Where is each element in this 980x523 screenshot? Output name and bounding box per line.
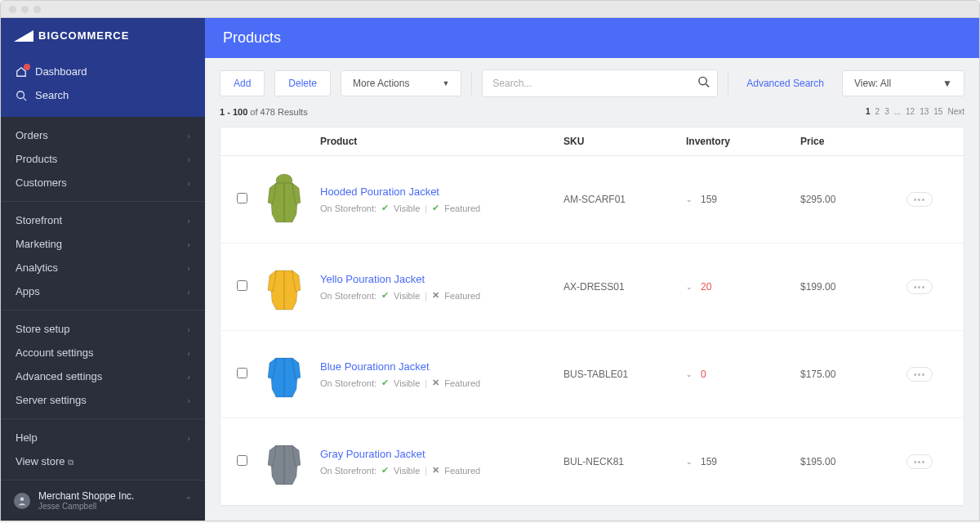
external-link-icon: ⧉ — [68, 458, 74, 467]
page-link[interactable]: 13 — [920, 107, 929, 117]
more-actions-dropdown[interactable]: More Actions ▼ — [341, 70, 461, 96]
user-icon — [17, 496, 27, 506]
page-link[interactable]: 1 — [866, 107, 871, 117]
user-account-switcher[interactable]: Merchant Shoppe Inc. Jesse Campbell ⌃ — [1, 480, 205, 521]
table-row: Yello Pouration Jacket On Storefront: ✔ … — [220, 244, 964, 331]
row-more-button[interactable]: ••• — [906, 192, 933, 207]
chevron-down-icon: ⌄ — [686, 283, 693, 291]
chevron-right-icon: › — [187, 263, 190, 273]
nav-dashboard[interactable]: Dashboard — [1, 60, 205, 83]
page-link: ... — [894, 107, 901, 117]
check-icon: ✔ — [381, 378, 389, 388]
product-price: $195.00 — [800, 456, 906, 467]
window-chrome — [0, 0, 980, 18]
delete-button[interactable]: Delete — [274, 70, 331, 96]
page-next[interactable]: Next — [947, 107, 964, 117]
col-header-sku: SKU — [564, 136, 686, 147]
traffic-light-zoom[interactable] — [33, 6, 41, 13]
sidebar-item-account-settings[interactable]: Account settings› — [1, 341, 205, 364]
row-select-checkbox[interactable] — [237, 455, 247, 466]
product-name-link[interactable]: Yello Pouration Jacket — [320, 273, 564, 285]
inventory-dropdown[interactable]: ⌄ 159 — [686, 194, 800, 205]
home-icon — [16, 66, 27, 78]
inventory-value: 20 — [701, 281, 711, 293]
sidebar-item-customers[interactable]: Customers› — [1, 171, 205, 194]
nav-search[interactable]: Search — [1, 83, 205, 107]
product-name-link[interactable]: Gray Pouration Jacket — [320, 448, 564, 460]
sidebar-item-products[interactable]: Products› — [1, 147, 205, 171]
chevron-right-icon: › — [187, 324, 190, 334]
toolbar: Add Delete More Actions ▼ Advanced Searc… — [205, 58, 979, 104]
sidebar-item-help[interactable]: Help› — [1, 426, 205, 449]
product-flags: On Storefront: ✔ Visible | ✔ Featured — [320, 203, 564, 213]
divider — [728, 72, 728, 95]
table-row: Hooded Pouration Jacket On Storefront: ✔… — [220, 156, 964, 244]
row-more-button[interactable]: ••• — [906, 454, 933, 469]
chevron-right-icon: › — [187, 348, 190, 358]
sidebar-item-label: Storefront — [16, 214, 62, 226]
add-button[interactable]: Add — [220, 70, 265, 96]
sidebar-item-label: Account settings — [16, 346, 93, 359]
products-table: Product SKU Inventory Price Hooded Poura… — [220, 127, 964, 506]
sidebar-item-storefront[interactable]: Storefront› — [1, 208, 205, 232]
row-more-button[interactable]: ••• — [906, 279, 933, 294]
cross-icon: ✕ — [432, 290, 439, 301]
results-total: 478 — [261, 107, 275, 117]
traffic-light-close[interactable] — [9, 6, 16, 13]
svg-point-4 — [699, 77, 706, 84]
inventory-dropdown[interactable]: ⌄ 0 — [686, 369, 800, 380]
svg-point-3 — [20, 497, 24, 501]
pagination: 123...121315Next — [866, 107, 964, 117]
sidebar-item-server-settings[interactable]: Server settings› — [1, 388, 205, 412]
chevron-right-icon: › — [187, 216, 190, 226]
page-link[interactable]: 12 — [906, 107, 915, 117]
product-thumbnail[interactable] — [260, 171, 309, 228]
traffic-light-minimize[interactable] — [21, 6, 29, 13]
inventory-dropdown[interactable]: ⌄ 159 — [686, 456, 800, 467]
sidebar-item-orders[interactable]: Orders› — [1, 123, 205, 147]
featured-label: Featured — [444, 291, 480, 301]
page-link[interactable]: 2 — [875, 107, 880, 117]
chevron-right-icon: › — [187, 178, 190, 188]
row-more-button[interactable]: ••• — [906, 367, 933, 382]
table-row: Gray Pouration Jacket On Storefront: ✔ V… — [220, 418, 964, 505]
row-select-checkbox[interactable] — [237, 193, 247, 203]
row-select-checkbox[interactable] — [237, 368, 247, 378]
sidebar-item-advanced-settings[interactable]: Advanced settings› — [1, 364, 205, 388]
brand-logo: BIGCOMMERCE — [1, 18, 205, 53]
chevron-right-icon: › — [187, 154, 190, 164]
product-price: $295.00 — [800, 194, 906, 205]
product-sku: AX-DRESS01 — [564, 281, 686, 293]
svg-line-5 — [706, 84, 710, 87]
inventory-value: 0 — [701, 369, 706, 380]
sidebar-item-store-setup[interactable]: Store setup› — [1, 317, 205, 341]
brand-suffix: COMMERCE — [60, 29, 129, 42]
page-link[interactable]: 15 — [933, 107, 942, 117]
featured-label: Featured — [444, 203, 480, 213]
product-name-link[interactable]: Blue Pourationn Jacket — [320, 360, 564, 373]
cross-icon: ✕ — [432, 465, 439, 476]
product-thumbnail[interactable] — [260, 433, 309, 490]
sidebar: BIGCOMMERCE Dashboard Search Orders›Prod… — [1, 18, 205, 521]
inventory-dropdown[interactable]: ⌄ 20 — [686, 281, 800, 293]
view-filter-dropdown[interactable]: View: All ▼ — [842, 70, 964, 96]
table-row: Blue Pourationn Jacket On Storefront: ✔ … — [220, 331, 964, 418]
search-icon[interactable] — [697, 76, 710, 92]
product-thumbnail[interactable] — [260, 346, 309, 403]
page-link[interactable]: 3 — [884, 107, 889, 117]
sidebar-item-label: Products — [16, 153, 57, 165]
chevron-right-icon: › — [187, 396, 190, 405]
sidebar-item-marketing[interactable]: Marketing› — [1, 232, 205, 256]
advanced-search-link[interactable]: Advanced Search — [738, 78, 832, 89]
search-input[interactable] — [482, 69, 718, 97]
sidebar-item-apps[interactable]: Apps› — [1, 279, 205, 303]
row-select-checkbox[interactable] — [237, 280, 247, 291]
sidebar-item-analytics[interactable]: Analytics› — [1, 256, 205, 279]
sidebar-item-view-store[interactable]: View store⧉ — [1, 449, 205, 473]
product-name-link[interactable]: Hooded Pouration Jacket — [320, 186, 564, 198]
product-price: $175.00 — [800, 369, 906, 380]
col-header-inventory: Inventory — [686, 136, 800, 147]
product-sku: AM-SCARF01 — [564, 194, 686, 205]
product-thumbnail[interactable] — [260, 258, 309, 315]
check-icon: ✔ — [381, 203, 389, 213]
